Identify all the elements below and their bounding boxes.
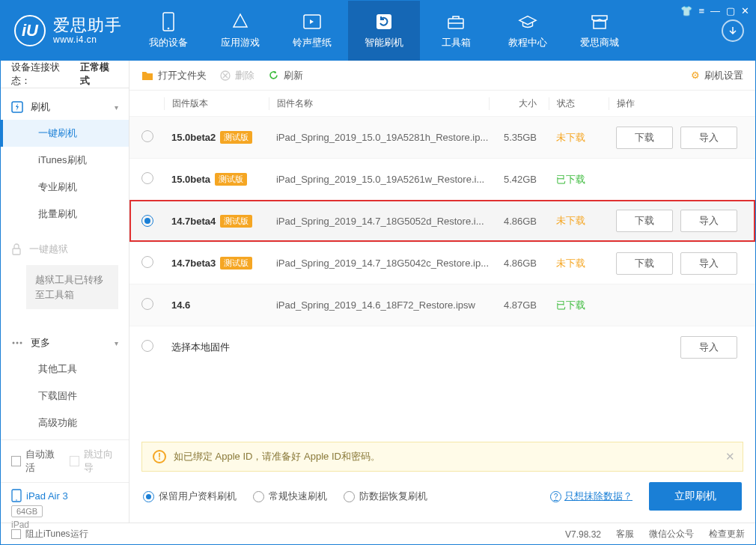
select-local-radio[interactable] — [141, 340, 153, 352]
win-close-icon[interactable]: ✕ — [741, 5, 749, 16]
row-radio[interactable] — [141, 172, 153, 184]
firmware-version: 15.0beta2 — [171, 132, 216, 143]
firmware-status: 未下载 — [549, 131, 609, 144]
import-button[interactable]: 导入 — [680, 210, 737, 232]
picture-icon — [302, 12, 322, 31]
sidebar-item-advanced[interactable]: 高级功能 — [1, 409, 129, 436]
help-icon: ? — [550, 491, 561, 502]
skip-guide-checkbox[interactable]: 跳过向导 — [70, 448, 118, 475]
sidebar-item-batch-flash[interactable]: 批量刷机 — [1, 201, 129, 228]
option-anti-recovery[interactable]: 防数据恢复刷机 — [344, 490, 427, 503]
firmware-size: 5.42GB — [489, 174, 549, 185]
svg-rect-8 — [13, 249, 20, 255]
refresh-button[interactable]: 刷新 — [268, 69, 303, 82]
app-logo: iU 爱思助手 www.i4.cn — [1, 1, 132, 61]
firmware-version: 14.7beta3 — [171, 258, 216, 269]
sidebar-section-flash[interactable]: 刷机 ▾ — [1, 94, 129, 120]
svg-point-1 — [168, 28, 170, 30]
toolbox-icon — [446, 12, 466, 31]
nav-tutorials[interactable]: 教程中心 — [492, 1, 564, 61]
row-radio[interactable] — [141, 298, 153, 310]
flash-settings-button[interactable]: ⚙ 刷机设置 — [691, 69, 743, 82]
content-toolbar: 打开文件夹 删除 刷新 ⚙ 刷机设置 — [129, 61, 755, 91]
erase-only-link[interactable]: ?只想抹除数据？ — [550, 490, 632, 503]
firmware-version: 15.0beta — [171, 174, 210, 185]
chevron-down-icon: ▾ — [115, 103, 118, 112]
graduation-icon — [518, 12, 537, 31]
nav-apps[interactable]: 应用游戏 — [204, 1, 276, 61]
option-keep-data[interactable]: 保留用户资料刷机 — [143, 490, 237, 503]
firmware-version: 14.7beta4 — [171, 216, 216, 227]
firmware-status: 已下载 — [549, 173, 609, 186]
svg-point-13 — [16, 499, 17, 501]
check-update-link[interactable]: 检查更新 — [709, 528, 745, 541]
win-menu-icon[interactable]: ≡ — [698, 5, 704, 16]
nav-ringtones[interactable]: 铃声壁纸 — [276, 1, 348, 61]
warning-icon: ! — [153, 450, 166, 463]
notice-close-button[interactable]: ✕ — [725, 450, 735, 463]
nav-my-device[interactable]: 我的设备 — [132, 1, 204, 61]
refresh-icon — [374, 12, 394, 31]
nav-store[interactable]: 爱思商城 — [564, 1, 635, 61]
row-radio[interactable] — [141, 215, 153, 227]
sidebar-item-oneclick-flash[interactable]: 一键刷机 — [1, 120, 129, 147]
firmware-filename: iPad_Spring_2019_14.7_18G5042c_Restore.i… — [269, 258, 489, 269]
svg-point-10 — [16, 342, 19, 344]
table-header: 固件版本 固件名称 大小 状态 操作 — [129, 91, 755, 116]
device-storage: 64GB — [11, 505, 43, 517]
top-nav: 我的设备 应用游戏 铃声壁纸 智能刷机 工具箱 教程中心 爱思商城 — [132, 1, 710, 61]
table-row[interactable]: 15.0beta2测试版iPad_Spring_2019_15.0_19A528… — [129, 116, 755, 158]
delete-button[interactable]: 删除 — [220, 69, 254, 82]
svg-point-9 — [13, 342, 15, 344]
firmware-status: 未下载 — [549, 214, 609, 228]
row-radio[interactable] — [141, 256, 153, 268]
download-button[interactable]: 下载 — [616, 210, 673, 232]
sidebar-item-download-firmware[interactable]: 下载固件 — [1, 383, 129, 409]
more-icon — [11, 341, 23, 345]
device-icon — [11, 489, 22, 502]
block-itunes-checkbox[interactable]: 阻止iTunes运行 — [11, 528, 88, 541]
win-maximize-icon[interactable]: ▢ — [726, 5, 735, 16]
beta-badge: 测试版 — [215, 173, 247, 186]
refresh-icon — [268, 70, 279, 81]
win-minimize-icon[interactable]: — — [710, 5, 720, 16]
flash-section-icon — [11, 101, 23, 113]
customer-service-link[interactable]: 客服 — [616, 528, 634, 541]
beta-badge: 测试版 — [220, 215, 252, 228]
firmware-status: 未下载 — [549, 257, 609, 270]
open-folder-button[interactable]: 打开文件夹 — [141, 69, 207, 82]
sidebar-item-pro-flash[interactable]: 专业刷机 — [1, 174, 129, 201]
import-button[interactable]: 导入 — [680, 252, 737, 275]
sidebar-item-other-tools[interactable]: 其他工具 — [1, 356, 129, 383]
lock-icon — [11, 243, 22, 255]
auto-activate-checkbox[interactable]: 自动激活 — [11, 448, 59, 475]
table-row[interactable]: 15.0beta测试版iPad_Spring_2019_15.0_19A5261… — [129, 158, 755, 200]
win-shirt-icon[interactable]: 👕 — [680, 5, 692, 16]
col-version: 固件版本 — [164, 97, 269, 110]
sidebar-section-more[interactable]: 更多 ▾ — [1, 330, 129, 356]
col-ops: 操作 — [609, 97, 743, 110]
firmware-size: 4.87GB — [489, 299, 549, 311]
folder-icon — [141, 70, 153, 81]
import-button[interactable]: 导入 — [680, 127, 737, 149]
app-name-cn: 爱思助手 — [53, 16, 122, 34]
row-radio[interactable] — [141, 130, 153, 142]
download-button[interactable]: 下载 — [616, 252, 673, 275]
connection-status: 设备连接状态： 正常模式 — [1, 61, 129, 88]
app-name-en: www.i4.cn — [53, 35, 122, 45]
table-row[interactable]: 14.6iPad_Spring_2019_14.6_18F72_Restore.… — [129, 284, 755, 326]
app-version: V7.98.32 — [565, 529, 601, 540]
sidebar-item-itunes-flash[interactable]: iTunes刷机 — [1, 147, 129, 174]
wechat-link[interactable]: 微信公众号 — [649, 528, 694, 541]
col-status: 状态 — [549, 97, 609, 110]
firmware-filename: iPad_Spring_2019_14.7_18G5052d_Restore.i… — [269, 216, 489, 227]
flash-now-button[interactable]: 立即刷机 — [649, 482, 742, 511]
import-local-button[interactable]: 导入 — [680, 336, 737, 359]
nav-toolbox[interactable]: 工具箱 — [420, 1, 492, 61]
option-quick[interactable]: 常规快速刷机 — [253, 490, 327, 503]
table-row[interactable]: 14.7beta4测试版iPad_Spring_2019_14.7_18G505… — [129, 200, 755, 242]
download-button[interactable]: 下载 — [616, 127, 673, 149]
nav-flash[interactable]: 智能刷机 — [348, 1, 420, 61]
table-row[interactable]: 14.7beta3测试版iPad_Spring_2019_14.7_18G504… — [129, 242, 755, 284]
flash-options-row: 保留用户资料刷机 常规快速刷机 防数据恢复刷机 ?只想抹除数据？ 立即刷机 — [129, 472, 755, 523]
